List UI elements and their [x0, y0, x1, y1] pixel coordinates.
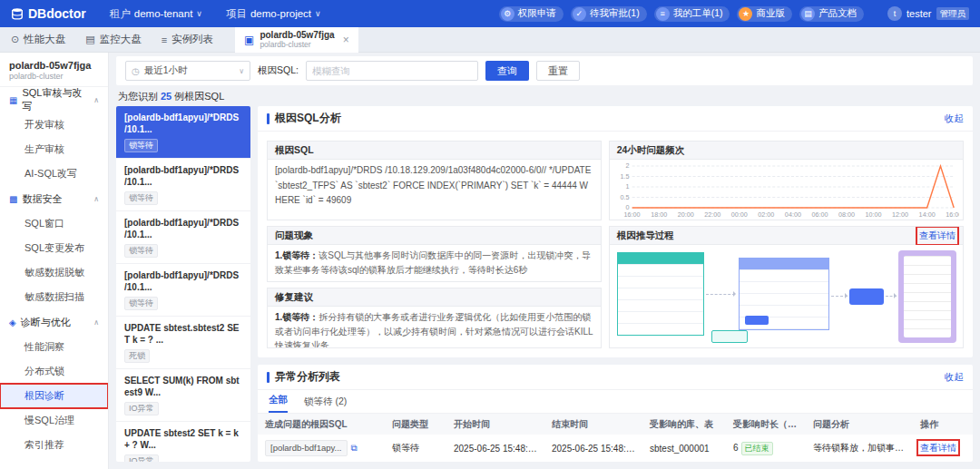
table-column-header: 造成问题的根因SQL	[258, 414, 385, 435]
derivation-diagram	[610, 245, 963, 348]
sidebar-item[interactable]: 慢SQL治理	[0, 408, 108, 433]
node-header	[618, 253, 703, 264]
sidebar-item[interactable]: SQL变更发布	[0, 236, 108, 260]
suggestion-text: 1.锁等待：拆分持有锁的大事务或者进行业务逻辑优化（比如使用更小范围的锁或者访问…	[268, 307, 601, 348]
sidebar-item[interactable]: 敏感数据脱敏	[0, 260, 108, 285]
project-select[interactable]: 项目 demo-project ∨	[226, 7, 321, 21]
tenant-select[interactable]: 租户 demo-tenant ∨	[110, 7, 202, 21]
topbar-action-4[interactable]: ★商业版	[737, 6, 792, 22]
tab-lock-wait[interactable]: 锁等待 (2)	[304, 396, 347, 413]
sidebar-item[interactable]: 生产审核	[0, 137, 108, 161]
table-column-header: 问题分析	[806, 414, 913, 435]
time-range-select[interactable]: ◷ 最近1小时 ∨	[125, 61, 250, 81]
root-sql-card-title: UPDATE sbtest.sbtest2 SET k = ? ...	[124, 322, 242, 346]
sidebar-item[interactable]: 性能洞察	[0, 335, 108, 359]
frequency-box: 24小时问题频次 00.511.5216:0018:0020:0022:0000…	[609, 141, 964, 220]
close-icon[interactable]: ×	[343, 34, 349, 46]
topbar-action-5[interactable]: ▤产品文档	[799, 6, 864, 22]
tab-1[interactable]: ⊙性能大盘	[11, 33, 65, 46]
tenant-value: demo-tenant	[134, 8, 193, 19]
instance-tab-icon: ▣	[244, 34, 254, 46]
cell-analysis: 等待锁释放，加锁事务ID	[806, 435, 913, 462]
derivation-detail-button[interactable]: 查看详情	[919, 230, 956, 242]
tab-all[interactable]: 全部	[269, 394, 288, 413]
section-accent-bar	[267, 372, 270, 383]
analysis-collapse-link[interactable]: 收起	[945, 112, 964, 125]
root-sql-label: 根因SQL:	[258, 64, 299, 77]
root-sql-card[interactable]: [polardb-bdf1apyu]/*DRDS /10.1...锁等待	[116, 159, 250, 211]
table-header-row: 造成问题的根因SQL问题类型开始时间结束时间受影响的库、表受影响时长（秒）问题分…	[258, 414, 973, 435]
y-axis-tick: 0.5	[620, 194, 629, 201]
topbar-action-label: 待我审批(1)	[590, 7, 640, 20]
sidebar-item[interactable]: 根因诊断	[0, 384, 108, 408]
root-sql-card[interactable]: UPDATE sbtest2 SET k = k + ? W...IO异常	[116, 422, 250, 462]
x-axis-tick: 02:00	[758, 211, 774, 219]
issue-analysis-card: 异常分析列表 收起 全部 锁等待 (2) 造成问题的根因	[258, 365, 973, 462]
tab-instance-polardb[interactable]: ▣ polardb-05w7fjga polardb-cluster ×	[235, 27, 358, 53]
derivation-transaction-node	[739, 258, 829, 330]
issue-type-tag: 锁等待	[124, 244, 158, 258]
tab-3[interactable]: ≡实例列表	[162, 33, 213, 46]
copy-icon[interactable]: ⧉	[351, 443, 358, 453]
database-logo-icon	[11, 7, 24, 20]
sql-chip: [polardb-bdf1apy...	[265, 440, 348, 456]
sidebar-item[interactable]: 敏感数据扫描	[0, 285, 108, 309]
analysis-title: 根因SQL分析	[275, 111, 341, 126]
x-axis-tick: 10:00	[865, 211, 881, 219]
root-sql-card[interactable]: [polardb-bdf1apyu]/*DRDS /10.1...锁等待	[116, 264, 250, 317]
instance-tab-title: polardb-05w7fjga	[260, 30, 334, 41]
table-column-header: 开始时间	[446, 414, 544, 435]
sidebar-section-1[interactable]: ▦SQL审核与改写∧	[0, 87, 108, 112]
result-suffix: 例根因SQL	[174, 91, 224, 102]
view-detail-link[interactable]: 查看详情	[920, 443, 956, 453]
phenomenon-text: 1.锁等待：该SQL与其他事务同时访问数据库中的同一资源时，出现锁冲突，导致某些…	[268, 245, 601, 280]
frequency-chart-area: 00.511.5216:0018:0020:0022:0000:0002:000…	[610, 160, 963, 220]
tab-label: 实例列表	[172, 33, 213, 46]
user-menu[interactable]: t tester 管理员	[887, 6, 969, 21]
issue-type-tag: 死锁	[124, 349, 150, 363]
topbar-action-3[interactable]: ≡我的工单(1)	[654, 6, 730, 22]
sidebar-menu: ▦SQL审核与改写∧开发审核生产审核AI-SQL改写▩数据安全∧SQL窗口SQL…	[0, 87, 108, 457]
business-icon: ★	[739, 7, 752, 21]
sidebar-item[interactable]: 索引推荐	[0, 433, 108, 457]
issue-table-collapse-link[interactable]: 收起	[945, 371, 964, 384]
tab-label: 监控大盘	[100, 33, 142, 46]
instance-cluster: polardb-cluster	[9, 72, 99, 81]
root-sql-card[interactable]: SELECT SUM(k) FROM sbtest9 W...IO异常	[116, 369, 250, 422]
table-column-header: 结束时间	[544, 414, 642, 435]
x-axis-tick: 16:00	[623, 211, 640, 219]
query-button[interactable]: 查询	[485, 61, 529, 81]
topbar-action-label: 商业版	[756, 7, 785, 20]
x-axis-tick: 04:00	[785, 211, 801, 219]
issue-type-tag: 锁等待	[124, 191, 158, 205]
root-sql-card[interactable]: UPDATE sbtest.sbtest2 SET k = ? ...死锁	[116, 317, 250, 369]
cell-start-time: 2025-06-25 15:48:13	[446, 435, 544, 462]
logo[interactable]: DBdoctor	[11, 6, 86, 21]
root-sql-card[interactable]: [polardb-bdf1apyu]/*DRDS /10.1...锁等待	[116, 106, 250, 159]
tab-2[interactable]: ▤监控大盘	[85, 33, 141, 46]
clock-icon: ◷	[132, 66, 140, 76]
suggestion-lead: 1.锁等待：	[275, 312, 318, 322]
sidebar-item[interactable]: 开发审核	[0, 112, 108, 137]
cell-affected: sbtest_000001	[642, 435, 726, 462]
sidebar-item[interactable]: SQL窗口	[0, 211, 108, 236]
sidebar-item[interactable]: 分布式锁	[0, 359, 108, 384]
topbar-action-2[interactable]: ✓待我审批(1)	[571, 6, 647, 22]
sidebar-section-2[interactable]: ▩数据安全∧	[0, 186, 108, 211]
root-sql-search-input[interactable]	[306, 61, 478, 81]
derivation-header: 根因推导过程 查看详情	[610, 227, 963, 245]
reset-button[interactable]: 重置	[536, 61, 580, 81]
sidebar-section-3[interactable]: ◈诊断与优化∧	[0, 309, 108, 335]
analysis-body: 根因SQL [polardb-bdf1apyu]/*DRDS /10.18.12…	[258, 132, 973, 357]
root-sql-card-title: [polardb-bdf1apyu]/*DRDS /10.1...	[124, 217, 242, 240]
frequency-title: 24小时问题频次	[610, 142, 963, 160]
table-column-header: 操作	[913, 414, 973, 435]
cell-issue-type: 锁等待	[385, 435, 446, 462]
suggestion-title: 修复建议	[268, 288, 601, 307]
x-axis-tick: 14:00	[918, 211, 935, 219]
table-row[interactable]: [polardb-bdf1apy...⧉ 锁等待 2025-06-25 15:4…	[258, 435, 973, 462]
phenomenon-lead: 1.锁等待：	[275, 250, 318, 260]
root-sql-card[interactable]: [polardb-bdf1apyu]/*DRDS /10.1...锁等待	[116, 211, 250, 264]
topbar-action-1[interactable]: ⚙权限申请	[499, 6, 564, 22]
sidebar-item[interactable]: AI-SQL改写	[0, 161, 108, 186]
